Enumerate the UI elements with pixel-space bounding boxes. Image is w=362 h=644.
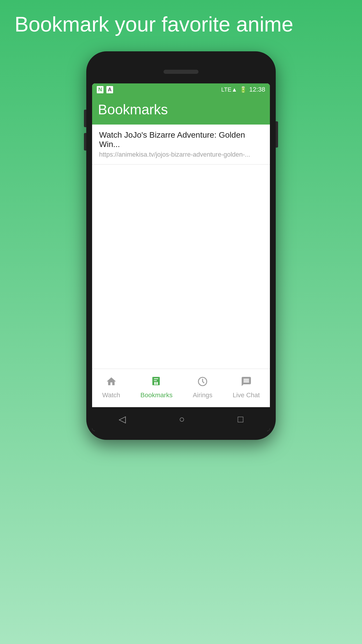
phone-mockup: N A LTE▲ 🔋 12:38 Bookmarks Watch JoJo's … [86,51,276,440]
airings-icon [197,376,208,390]
nav-item-airings[interactable]: Airings [187,374,218,401]
bottom-nav: Watch Bookmarks [92,369,270,407]
airings-label: Airings [193,391,212,399]
side-button-volume-up [84,110,86,127]
app-bar-title: Bookmarks [98,102,264,118]
nav-item-livechat[interactable]: Live Chat [227,374,266,401]
watch-label: Watch [102,391,120,399]
nav-item-bookmarks[interactable]: Bookmarks [135,374,178,401]
bookmark-item[interactable]: Watch JoJo's Bizarre Adventure: Golden W… [92,125,270,164]
status-left: N A [97,86,113,93]
battery-icon: 🔋 [240,86,247,93]
bookmarks-icon [151,376,162,390]
notification-icon-1: N [97,86,103,93]
page-title: Bookmark your favorite anime [0,0,362,46]
phone-speaker [164,70,198,74]
side-button-volume-down [84,133,86,150]
bookmark-url: https://animekisa.tv/jojos-bizarre-adven… [99,151,263,158]
bookmarks-label: Bookmarks [140,391,173,399]
android-back-button[interactable]: ◁ [119,414,126,425]
notification-icon-2: A [106,86,113,93]
livechat-label: Live Chat [233,391,260,399]
signal-icon: LTE▲ [221,86,237,93]
android-home-button[interactable]: ○ [179,414,184,425]
status-bar: N A LTE▲ 🔋 12:38 [92,83,270,96]
app-bar: Bookmarks [92,96,270,125]
bookmark-title: Watch JoJo's Bizarre Adventure: Golden W… [99,130,263,149]
nav-item-watch[interactable]: Watch [96,374,126,401]
content-empty [92,164,270,369]
android-nav-bar: ◁ ○ □ [92,407,270,431]
time-display: 12:38 [249,86,265,93]
livechat-icon [241,376,252,390]
side-button-power [276,121,278,148]
android-recents-button[interactable]: □ [238,414,243,425]
content-area: Watch JoJo's Bizarre Adventure: Golden W… [92,125,270,369]
phone-screen: N A LTE▲ 🔋 12:38 Bookmarks Watch JoJo's … [92,83,270,431]
watch-icon [106,376,117,390]
phone-top-bar [92,63,270,80]
status-right: LTE▲ 🔋 12:38 [221,86,265,93]
phone-outer: N A LTE▲ 🔋 12:38 Bookmarks Watch JoJo's … [86,51,276,440]
